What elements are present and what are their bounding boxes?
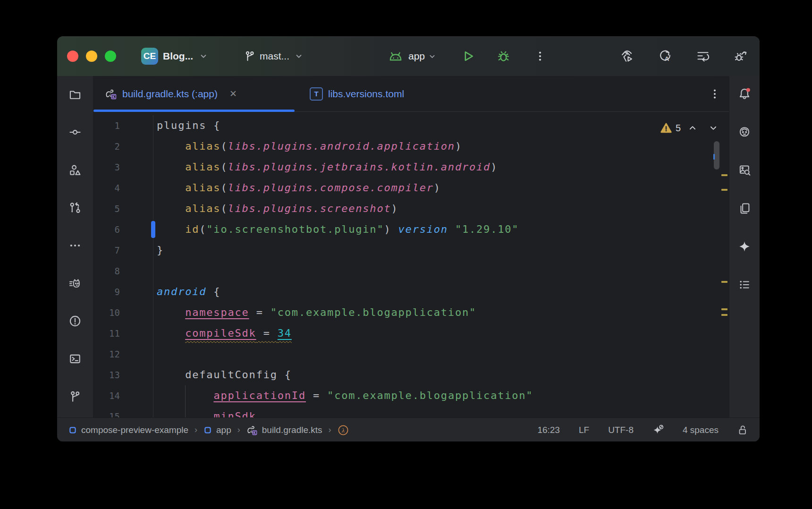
- lock-open-icon[interactable]: [737, 424, 748, 435]
- warning-count: 5: [676, 118, 681, 138]
- device-explorer-tool-button[interactable]: [735, 199, 754, 218]
- structure-tool-button[interactable]: [66, 161, 85, 179]
- code-line-8[interactable]: 8: [93, 261, 729, 281]
- gutter[interactable]: 12: [93, 344, 153, 365]
- analysis-mark-warning[interactable]: [721, 308, 727, 310]
- line-number: 14: [109, 385, 120, 406]
- line-number: 15: [109, 406, 120, 417]
- run-configuration-name[interactable]: app: [408, 51, 425, 62]
- breadcrumb-file[interactable]: build.gradle.kts: [246, 424, 322, 436]
- close-tab-icon[interactable]: ✕: [229, 88, 237, 99]
- code-line-12[interactable]: 12: [93, 344, 729, 365]
- pull-requests-tool-button[interactable]: [66, 198, 85, 217]
- problems-tool-button[interactable]: [66, 312, 85, 331]
- gutter[interactable]: 3: [93, 157, 153, 178]
- gutter[interactable]: 13: [93, 365, 153, 385]
- line-number: 10: [109, 302, 120, 323]
- code-line-11[interactable]: 11 compileSdk = 34: [93, 323, 729, 344]
- line-number: 6: [115, 219, 120, 240]
- gutter[interactable]: 9: [93, 281, 153, 302]
- structure-list-tool-button[interactable]: [735, 275, 754, 294]
- lambda-scope-icon[interactable]: λ: [338, 424, 349, 436]
- notifications-tool-button[interactable]: [735, 84, 754, 103]
- tab-label: libs.versions.toml: [328, 88, 404, 100]
- project-avatar: CE: [141, 48, 158, 65]
- project-widget[interactable]: CE Blog...: [141, 45, 207, 68]
- ai-assistant-status-icon[interactable]: [652, 424, 664, 436]
- debug-button[interactable]: [497, 50, 510, 63]
- breadcrumb-module[interactable]: app: [203, 425, 231, 435]
- gutter[interactable]: 10: [93, 302, 153, 323]
- version-control-tool-button[interactable]: [66, 387, 85, 406]
- breadcrumbs: compose-preview-example › app › build.gr…: [68, 424, 349, 436]
- build-and-run-icon[interactable]: [621, 50, 634, 63]
- gutter[interactable]: 5: [93, 198, 153, 219]
- indent-widget[interactable]: 4 spaces: [683, 425, 719, 435]
- code-line-15[interactable]: 15 minSdk: [93, 406, 729, 417]
- svg-text:λ: λ: [341, 426, 345, 433]
- tab-build-gradle-kts[interactable]: build.gradle.kts (:app) ✕: [93, 76, 295, 111]
- minimize-window-button[interactable]: [86, 51, 97, 62]
- code-line-5[interactable]: 5 alias(libs.plugins.screenshot): [93, 198, 729, 219]
- analysis-mark-warning[interactable]: [721, 174, 727, 176]
- line-number: 2: [115, 136, 120, 157]
- encoding-widget[interactable]: UTF-8: [608, 425, 634, 435]
- gutter[interactable]: 8: [93, 261, 153, 281]
- code-line-7[interactable]: 7}: [93, 240, 729, 261]
- more-actions-kebab-icon[interactable]: [534, 50, 546, 62]
- analysis-mark-info[interactable]: [713, 154, 715, 160]
- next-problem-icon[interactable]: [709, 124, 718, 132]
- chevron-down-icon[interactable]: [429, 53, 436, 60]
- titlebar-right-actions: A: [621, 36, 747, 76]
- project-tool-button[interactable]: [66, 85, 85, 104]
- code-line-9[interactable]: 9android {: [93, 281, 729, 302]
- code-line-6[interactable]: 6 id("io.screenshotbot.plugin") version …: [93, 219, 729, 240]
- run-button[interactable]: [462, 50, 474, 62]
- analysis-mark-warning[interactable]: [721, 189, 727, 191]
- zoom-window-button[interactable]: [105, 51, 116, 62]
- gutter[interactable]: 4: [93, 178, 153, 198]
- code-line-3[interactable]: 3 alias(libs.plugins.jetbrains.kotlin.an…: [93, 157, 729, 178]
- toml-file-icon: T: [310, 87, 323, 101]
- svg-text:A: A: [665, 55, 669, 62]
- running-devices-tool-button[interactable]: [735, 161, 754, 179]
- close-window-button[interactable]: [67, 51, 78, 62]
- android-icon[interactable]: [389, 50, 403, 62]
- inspections-widget[interactable]: 5: [660, 118, 718, 138]
- commit-tool-button[interactable]: [66, 123, 85, 142]
- code-line-13[interactable]: 13 defaultConfig {: [93, 365, 729, 385]
- vcs-branch-widget[interactable]: mast...: [244, 45, 303, 68]
- analysis-mark-warning[interactable]: [721, 314, 727, 316]
- previous-problem-icon[interactable]: [688, 124, 697, 132]
- breadcrumb-project[interactable]: compose-preview-example: [68, 425, 188, 435]
- code-line-14[interactable]: 14 applicationId = "com.example.blogappl…: [93, 385, 729, 406]
- run-configuration-widget: app: [389, 45, 546, 68]
- code-line-4[interactable]: 4 alias(libs.plugins.compose.compiler): [93, 178, 729, 198]
- logcat-tool-button[interactable]: [66, 274, 85, 293]
- line-number: 1: [115, 115, 120, 136]
- gutter[interactable]: 1: [93, 115, 153, 136]
- studio-bot-tool-button[interactable]: [735, 122, 754, 141]
- line-number: 9: [115, 281, 120, 302]
- cursor-position-widget[interactable]: 16:23: [537, 425, 560, 435]
- gutter[interactable]: 2: [93, 136, 153, 157]
- tab-libs-versions-toml[interactable]: T libs.versions.toml: [295, 76, 404, 111]
- line-separator-widget[interactable]: LF: [579, 425, 589, 435]
- attach-debugger-icon[interactable]: [734, 50, 747, 63]
- gutter[interactable]: 14: [93, 385, 153, 406]
- gutter[interactable]: 7: [93, 240, 153, 261]
- rerun-tasks-icon[interactable]: [696, 50, 710, 63]
- code-editor[interactable]: 1plugins {2 alias(libs.plugins.android.a…: [93, 112, 729, 417]
- code-line-2[interactable]: 2 alias(libs.plugins.android.application…: [93, 136, 729, 157]
- gemini-tool-button[interactable]: [735, 237, 754, 256]
- tab-options-kebab-icon[interactable]: [709, 88, 720, 100]
- gutter[interactable]: 11: [93, 323, 153, 344]
- analysis-mark-warning[interactable]: [721, 281, 727, 283]
- gutter[interactable]: 15: [93, 406, 153, 417]
- apply-code-changes-icon[interactable]: A: [659, 50, 672, 63]
- gutter[interactable]: 6: [93, 219, 153, 240]
- code-line-10[interactable]: 10 namespace = "com.example.blogapplicat…: [93, 302, 729, 323]
- code-line-1[interactable]: 1plugins {: [93, 115, 729, 136]
- more-tool-windows-button[interactable]: [66, 236, 85, 255]
- terminal-tool-button[interactable]: [66, 349, 85, 368]
